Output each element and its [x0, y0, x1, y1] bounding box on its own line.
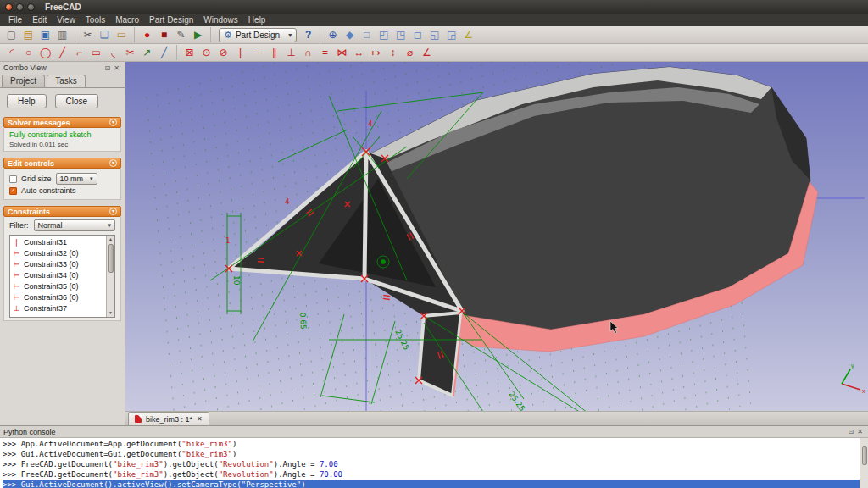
constraint-equal-icon[interactable]: = [317, 45, 333, 60]
open-file-icon[interactable]: ▤ [20, 27, 36, 42]
constraint-coincident-icon[interactable]: ⊙ [198, 45, 214, 60]
window-close-button[interactable] [5, 3, 13, 11]
constraint-vertical-icon[interactable]: | [232, 45, 248, 60]
macro-toolbar-group: ●■✎▶ [139, 27, 211, 42]
dimension-label: 0.65 [298, 313, 308, 330]
paste-icon[interactable]: ▭ [114, 27, 130, 42]
copy-icon[interactable]: ❏ [97, 27, 113, 42]
right-view-icon[interactable]: ◳ [392, 27, 409, 42]
constraint-list-item[interactable]: | Constraint31 [10, 236, 106, 247]
auto-constraints-checkbox[interactable]: ✓ [9, 187, 17, 195]
workbench-selector[interactable]: ⚙ Part Design ▾ [219, 28, 297, 42]
collapse-toggle-icon[interactable]: ▾ [109, 159, 117, 167]
window-minimize-button[interactable] [16, 3, 24, 11]
menu-item[interactable]: Help [243, 14, 271, 25]
bottom-view-icon[interactable]: ◱ [426, 27, 442, 42]
float-panel-icon[interactable]: ⊡ [103, 64, 113, 72]
sketch-rectangle-icon[interactable]: ▭ [88, 45, 104, 60]
left-view-icon[interactable]: ◲ [443, 27, 459, 42]
constraint-list-item[interactable]: ⊢ Constraint35 (0) [10, 280, 106, 291]
gear-icon: ⚙ [224, 30, 232, 41]
axonometric-view-icon[interactable]: ◆ [342, 27, 358, 42]
constraint-type-icon: | [13, 238, 20, 247]
menu-item[interactable]: Windows [198, 14, 243, 25]
constraint-list-item[interactable]: ⊢ Constraint36 (0) [10, 291, 106, 302]
constraint-symmetric-icon[interactable]: ⋈ [334, 45, 350, 60]
solver-messages-header[interactable]: Solver messages ▾ [3, 117, 121, 128]
constraint-tangent-icon[interactable]: ∩ [300, 45, 316, 60]
constraints-scrollbar[interactable]: ▲ ▼ [106, 236, 114, 317]
scroll-up-icon[interactable]: ▲ [108, 236, 113, 243]
top-view-icon[interactable]: ◰ [376, 27, 392, 42]
construction-mode-icon[interactable]: ╱ [156, 45, 172, 60]
fit-all-icon[interactable]: ⊕ [325, 27, 341, 42]
rear-view-icon[interactable]: ◻ [409, 27, 426, 42]
sketch-arc-icon[interactable]: ◜ [3, 45, 19, 60]
menu-item[interactable]: File [3, 14, 27, 25]
constraint-radius-icon[interactable]: ⌀ [402, 45, 418, 60]
edit-toolbar-group: ✂❏▭ [80, 27, 135, 42]
tab-tasks[interactable]: Tasks [47, 75, 86, 87]
grid-size-checkbox[interactable] [9, 175, 17, 183]
external-geometry-icon[interactable]: ↗ [139, 45, 155, 60]
constraint-angle-icon[interactable]: ∠ [419, 45, 435, 60]
close-button[interactable]: Close [55, 94, 99, 108]
window-maximize-button[interactable] [27, 3, 35, 11]
constraint-point-on-object-icon[interactable]: ⊘ [215, 45, 231, 60]
document-tab[interactable]: bike_rim3 : 1* ✕ [128, 412, 209, 425]
front-view-icon[interactable]: □ [359, 27, 375, 42]
macro-edit-icon[interactable]: ✎ [173, 27, 189, 42]
constraint-list-item[interactable]: ⊢ Constraint32 (0) [10, 247, 106, 258]
constraint-distance-y-icon[interactable]: ↕ [385, 45, 401, 60]
collapse-toggle-icon[interactable]: ▾ [109, 208, 117, 215]
menu-item[interactable]: Edit [27, 14, 52, 25]
sketch-polyline-icon[interactable]: ⌐ [71, 45, 87, 60]
close-panel-icon[interactable]: ✕ [112, 64, 121, 72]
constraint-lock-icon[interactable]: ⊠ [181, 45, 198, 60]
scrollbar-thumb[interactable] [862, 446, 867, 465]
macro-stop-icon[interactable]: ■ [156, 27, 172, 42]
tab-project[interactable]: Project [2, 75, 45, 87]
menubar: FileEditViewToolsMacroPart DesignWindows… [0, 14, 868, 26]
titlebar: FreeCAD [0, 0, 868, 14]
constraint-perpendicular-icon[interactable]: ⊥ [283, 45, 299, 60]
sketch-conic-icon[interactable]: ◯ [37, 45, 53, 60]
print-icon[interactable]: ▥ [54, 27, 70, 42]
3d-viewport[interactable]: 25.25 25.25 0.65 10 4 4 1 x y [125, 62, 868, 411]
constraint-list-item[interactable]: ⊢ Constraint33 (0) [10, 258, 106, 269]
help-button[interactable]: Help [7, 94, 47, 108]
grid-size-dropdown[interactable]: 10 mm ▾ [56, 173, 97, 185]
close-panel-icon[interactable]: ✕ [855, 428, 865, 435]
sketch-trim-icon[interactable]: ✂ [122, 45, 138, 60]
sketch-line-icon[interactable]: ╱ [54, 45, 70, 60]
collapse-toggle-icon[interactable]: ▾ [109, 119, 117, 126]
menu-item[interactable]: Tools [81, 14, 110, 25]
constraint-list-item[interactable]: ⊥ Constraint37 [10, 302, 106, 313]
constraint-parallel-icon[interactable]: ∥ [266, 45, 282, 60]
constraint-distance-icon[interactable]: ↔ [351, 45, 367, 60]
measure-icon[interactable]: ∠ [460, 27, 476, 42]
whats-this-icon[interactable]: ? [300, 27, 316, 42]
scroll-down-icon[interactable]: ▼ [108, 309, 113, 317]
sketch-circle-icon[interactable]: ○ [20, 45, 36, 60]
save-file-icon[interactable]: ▣ [37, 27, 53, 42]
float-panel-icon[interactable]: ⊡ [847, 428, 856, 435]
constraint-horizontal-icon[interactable]: — [249, 45, 265, 60]
console-scrollbar[interactable] [860, 438, 868, 488]
menu-item[interactable]: Macro [110, 14, 144, 25]
constraint-distance-x-icon[interactable]: ↦ [368, 45, 384, 60]
macro-record-icon[interactable]: ● [139, 27, 155, 42]
new-file-icon[interactable]: ▢ [3, 27, 19, 42]
edit-controls-header[interactable]: Edit controls ▾ [3, 158, 121, 169]
macro-play-icon[interactable]: ▶ [190, 27, 206, 42]
filter-dropdown[interactable]: Normal ▾ [34, 219, 116, 231]
python-console-area[interactable]: >>> App.ActiveDocument=App.getDocument("… [0, 437, 868, 488]
constraint-list-item[interactable]: ⊢ Constraint34 (0) [10, 269, 106, 280]
cut-icon[interactable]: ✂ [80, 27, 96, 42]
scrollbar-thumb[interactable] [108, 244, 114, 273]
menu-item[interactable]: View [52, 14, 81, 25]
menu-item[interactable]: Part Design [144, 14, 198, 25]
tab-close-icon[interactable]: ✕ [197, 415, 203, 423]
constraints-header[interactable]: Constraints ▾ [3, 206, 121, 217]
sketch-fillet-icon[interactable]: ◟ [105, 45, 121, 60]
